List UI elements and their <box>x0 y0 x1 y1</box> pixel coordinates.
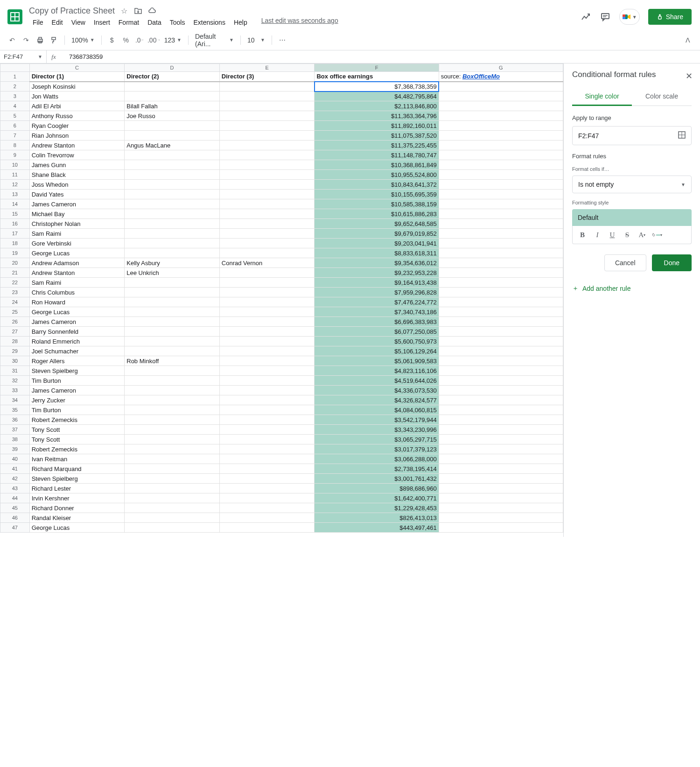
paint-format-icon[interactable] <box>48 34 61 47</box>
cell[interactable]: Irvin Kershner <box>29 493 125 503</box>
cell[interactable] <box>219 484 315 493</box>
cell[interactable] <box>439 425 563 435</box>
cell[interactable] <box>219 101 315 111</box>
comments-icon[interactable] <box>600 11 611 22</box>
cell[interactable] <box>125 376 220 386</box>
cell[interactable] <box>219 503 315 513</box>
row-header[interactable]: 24 <box>0 297 30 307</box>
cell[interactable]: $11,075,387,520 <box>315 131 439 141</box>
cell[interactable]: $7,340,743,186 <box>315 307 439 317</box>
cell[interactable]: $1,229,428,453 <box>315 503 439 513</box>
cell[interactable]: $10,368,861,849 <box>315 160 439 170</box>
cell[interactable] <box>125 425 220 435</box>
row-header[interactable]: 45 <box>0 503 30 513</box>
cell[interactable] <box>219 239 315 248</box>
cell[interactable] <box>219 180 315 190</box>
cell[interactable]: Randal Kleiser <box>29 513 125 523</box>
cell[interactable]: Tim Burton <box>29 376 125 386</box>
cell[interactable]: Jon Watts <box>29 91 125 101</box>
cell[interactable] <box>219 141 315 150</box>
row-header[interactable]: 6 <box>0 121 30 131</box>
cell[interactable]: Chris Columbus <box>29 288 125 297</box>
row-header[interactable]: 9 <box>0 150 30 160</box>
fill-color-icon[interactable]: ▾ <box>652 230 662 240</box>
cell[interactable] <box>125 474 220 484</box>
cell[interactable]: $9,232,953,228 <box>315 268 439 278</box>
cell[interactable]: Richard Lester <box>29 484 125 493</box>
cell[interactable] <box>219 150 315 160</box>
row-header[interactable]: 42 <box>0 474 30 484</box>
underline-icon[interactable]: U <box>607 230 617 240</box>
menu-format[interactable]: Format <box>115 17 143 28</box>
done-button[interactable]: Done <box>652 254 692 271</box>
cell[interactable]: $1,642,400,771 <box>315 493 439 503</box>
cell[interactable] <box>439 493 563 503</box>
cell[interactable]: Andrew Stanton <box>29 268 125 278</box>
cell[interactable] <box>125 199 220 209</box>
cell[interactable]: $9,354,636,012 <box>315 258 439 268</box>
cell[interactable]: David Yates <box>29 190 125 199</box>
cell[interactable] <box>125 327 220 337</box>
cell[interactable]: Steven Spielberg <box>29 474 125 484</box>
cell[interactable] <box>125 317 220 327</box>
cell[interactable]: Andrew Adamson <box>29 258 125 268</box>
cell[interactable] <box>125 131 220 141</box>
cell[interactable] <box>439 180 563 190</box>
cell[interactable] <box>439 268 563 278</box>
cell[interactable] <box>125 170 220 180</box>
cell[interactable] <box>125 229 220 239</box>
cloud-icon[interactable] <box>147 6 157 15</box>
cell[interactable] <box>439 435 563 444</box>
cell[interactable] <box>439 248 563 258</box>
cell[interactable]: Joseph Kosinski <box>29 82 125 91</box>
cell[interactable]: Ivan Reitman <box>29 454 125 464</box>
cell[interactable] <box>219 464 315 474</box>
increase-decimal-icon[interactable]: .00→ <box>147 34 161 47</box>
cell[interactable]: Colin Trevorrow <box>29 150 125 160</box>
cell[interactable] <box>219 317 315 327</box>
cell[interactable] <box>219 376 315 386</box>
cell[interactable]: Gore Verbinski <box>29 239 125 248</box>
cell[interactable] <box>439 464 563 474</box>
cell[interactable]: Director (3) <box>219 72 315 82</box>
cell[interactable]: $5,106,129,264 <box>315 346 439 356</box>
row-header[interactable]: 34 <box>0 395 30 405</box>
cell[interactable]: $10,615,886,283 <box>315 209 439 219</box>
cell[interactable]: Robert Zemeckis <box>29 415 125 425</box>
cell[interactable] <box>125 464 220 474</box>
cell[interactable]: Director (2) <box>125 72 220 82</box>
cell[interactable] <box>439 288 563 297</box>
cell[interactable]: $7,959,296,828 <box>315 288 439 297</box>
cell[interactable]: $11,363,364,796 <box>315 111 439 121</box>
row-header[interactable]: 12 <box>0 180 30 190</box>
cell[interactable] <box>125 503 220 513</box>
redo-icon[interactable]: ↷ <box>20 34 33 47</box>
cell[interactable]: $9,652,648,585 <box>315 219 439 229</box>
row-header[interactable]: 33 <box>0 386 30 395</box>
italic-icon[interactable]: I <box>592 230 602 240</box>
cell[interactable]: $11,375,225,455 <box>315 141 439 150</box>
cell[interactable] <box>219 190 315 199</box>
cell[interactable] <box>125 405 220 415</box>
cell[interactable]: Rian Johnson <box>29 131 125 141</box>
cell[interactable] <box>125 91 220 101</box>
row-header[interactable]: 27 <box>0 327 30 337</box>
row-header[interactable]: 20 <box>0 258 30 268</box>
cell[interactable] <box>125 82 220 91</box>
cell[interactable]: $7,476,224,772 <box>315 297 439 307</box>
row-header[interactable]: 36 <box>0 415 30 425</box>
cell[interactable]: $3,065,297,715 <box>315 435 439 444</box>
cell[interactable] <box>439 121 563 131</box>
cell[interactable] <box>219 337 315 346</box>
strike-icon[interactable]: S <box>622 230 632 240</box>
move-icon[interactable] <box>133 6 143 15</box>
cell[interactable] <box>125 288 220 297</box>
cell[interactable] <box>125 444 220 454</box>
cell[interactable]: Steven Spielberg <box>29 366 125 376</box>
cell[interactable]: $11,892,160,011 <box>315 121 439 131</box>
cell[interactable] <box>125 180 220 190</box>
row-header[interactable]: 7 <box>0 131 30 141</box>
cell[interactable] <box>219 523 315 533</box>
number-format-select[interactable]: 123▼ <box>161 36 184 44</box>
cell[interactable] <box>219 170 315 180</box>
